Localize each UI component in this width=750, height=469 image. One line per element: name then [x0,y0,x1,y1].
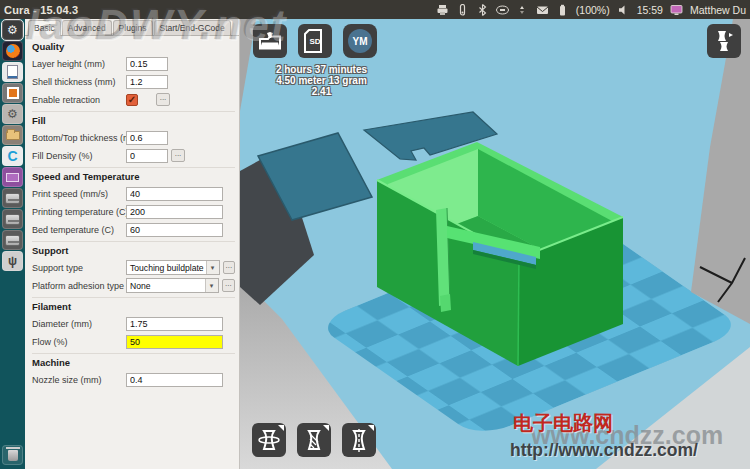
section-machine: Machine Nozzle size (mm) [32,353,235,388]
intel-badge-icon[interactable] [496,4,509,16]
drive-icon [5,193,20,204]
bottom-top-thickness-input[interactable] [126,131,168,145]
unity-launcher: ⚙ ⚙ C ψ [0,19,25,469]
fill-density-more-button[interactable]: ... [171,149,185,162]
svg-text:YM: YM [353,36,368,47]
battery-percent[interactable]: (100%) [576,4,610,16]
menubar: Cura - 15.04.3 laoDWY.net (100%) 15:59 M… [0,0,750,19]
software-icon [6,173,19,182]
cura-window: Cura - 15.04.3 laoDWY.net (100%) 15:59 M… [0,0,750,469]
sd-card-icon: SD [303,28,327,54]
section-title: Speed and Temperature [32,171,235,182]
section-support: Support Support typeTouching buildplate▾… [32,241,235,294]
support-type-label: Support type [32,263,126,273]
vmware-icon [7,87,19,99]
youmagine-share-button[interactable]: YM [343,24,377,58]
section-title: Machine [32,357,235,368]
launcher-item-firefox[interactable] [2,41,23,61]
layer-height-label: Layer height (mm) [32,59,126,69]
scale-button[interactable] [297,423,331,457]
launcher-item-software[interactable] [2,167,23,187]
scale-icon [301,427,327,453]
tab-advanced[interactable]: Advanced [62,20,112,35]
volume-icon[interactable] [617,4,630,16]
bluetooth-icon[interactable] [476,4,489,16]
network-icon[interactable] [516,4,529,16]
window-title: Cura - 15.04.3 [4,4,78,16]
printing-temperature-input[interactable] [126,205,223,219]
printer-icon[interactable] [436,4,449,16]
launcher-item-writer[interactable] [2,62,23,82]
rotate-button[interactable] [252,423,286,457]
tab-basic[interactable]: Basic [28,20,61,36]
load-folder-icon [257,28,283,54]
shell-thickness-input[interactable] [126,75,168,89]
retraction-more-button[interactable]: ... [156,93,170,106]
device-icon[interactable] [456,4,469,16]
battery-icon[interactable] [556,4,569,16]
printing-temperature-label: Printing temperature (C) [32,207,126,217]
print-speed-input[interactable] [126,187,223,201]
folder-icon [6,131,20,140]
launcher-item-files[interactable] [2,125,23,145]
view-mode-icon [711,28,737,54]
mail-icon[interactable] [536,4,549,16]
flow-label: Flow (%) [32,337,126,347]
platform-adhesion-label: Platform adhesion type [32,281,126,291]
adhesion-more-button[interactable]: ... [222,279,235,292]
bed-temperature-label: Bed temperature (C) [32,225,126,235]
usb-icon: ψ [8,255,17,267]
filament-usage: 4.50 meter 13 gram [244,75,399,86]
print-stats: 2 hours 37 minutes 4.50 meter 13 gram 2.… [244,64,399,97]
model-divider-foot [440,294,451,312]
diameter-input[interactable] [126,317,223,331]
section-fill: Fill Bottom/Top thickness (mm) Fill Dens… [32,111,235,164]
launcher-item-drive-3[interactable] [2,230,23,250]
launcher-item-system-settings[interactable]: ⚙ [2,104,23,124]
launcher-item-cura[interactable]: C [2,146,23,166]
load-model-button[interactable] [253,24,287,58]
enable-retraction-checkbox[interactable]: ✓ [126,94,138,106]
fill-density-input[interactable] [126,149,168,163]
launcher-item-drive-1[interactable] [2,188,23,208]
save-sd-button[interactable]: SD [298,24,332,58]
drive-icon [5,235,20,246]
settings-panel: Basic Advanced Plugins Start/End-GCode Q… [25,19,240,469]
print-speed-label: Print speed (mm/s) [32,189,126,199]
mirror-icon [346,427,372,453]
section-speed-temperature: Speed and Temperature Print speed (mm/s)… [32,167,235,238]
section-title: Support [32,245,235,256]
clock[interactable]: 15:59 [637,4,663,16]
nozzle-size-label: Nozzle size (mm) [32,375,126,385]
session-monitor-icon[interactable] [670,4,683,16]
bed-temperature-input[interactable] [126,223,223,237]
layer-height-input[interactable] [126,57,168,71]
3d-viewport[interactable]: SD YM 2 hours 37 minutes 4.50 meter 13 g… [240,19,750,469]
svg-text:SD: SD [309,37,320,46]
drive-icon [5,214,20,225]
diameter-label: Diameter (mm) [32,319,126,329]
flow-input[interactable] [126,335,223,349]
settings-tabbar: Basic Advanced Plugins Start/End-GCode [25,19,239,36]
enable-retraction-label: Enable retraction [32,95,126,105]
support-more-button[interactable]: ... [223,261,235,274]
support-type-select[interactable]: Touching buildplate▾ [126,260,220,275]
mirror-button[interactable] [342,423,376,457]
tab-start-end-gcode[interactable]: Start/End-GCode [154,20,231,35]
username[interactable]: Matthew Du [690,4,746,16]
section-filament: Filament Diameter (mm) Flow (%) [32,297,235,350]
section-title: Quality [32,41,235,52]
launcher-item-dash[interactable]: ⚙ [2,20,23,40]
section-quality: Quality Layer height (mm) Shell thicknes… [32,38,235,108]
chevron-down-icon: ▾ [206,261,219,274]
nozzle-size-input[interactable] [126,373,223,387]
launcher-item-usb[interactable]: ψ [2,251,23,271]
launcher-item-drive-2[interactable] [2,209,23,229]
launcher-item-vmware[interactable] [2,83,23,103]
tab-plugins[interactable]: Plugins [113,20,153,35]
platform-adhesion-select[interactable]: None▾ [126,278,219,293]
fill-density-label: Fill Density (%) [32,151,126,161]
youmagine-icon: YM [346,27,374,55]
launcher-item-trash[interactable] [2,445,23,465]
view-mode-button[interactable] [707,24,741,58]
